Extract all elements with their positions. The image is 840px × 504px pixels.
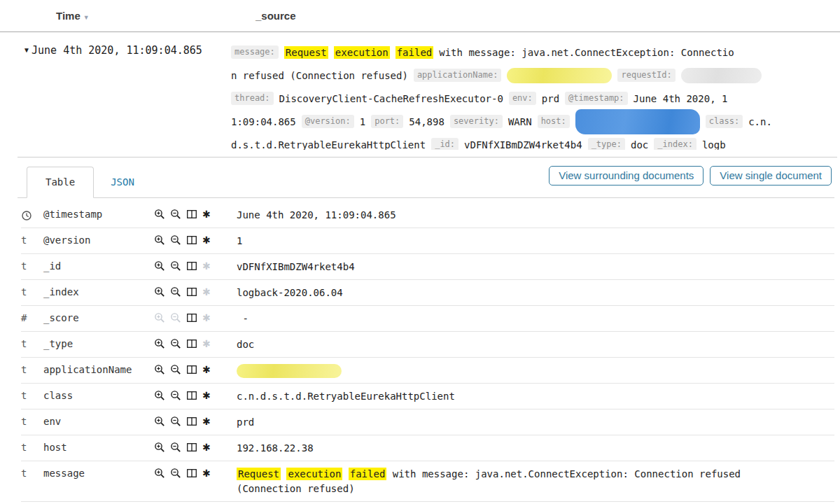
time-column-header[interactable]: Time ▼ bbox=[56, 10, 255, 22]
field-value-text: logback-2020.06.04 bbox=[237, 287, 343, 298]
toggle-column-button[interactable] bbox=[186, 286, 197, 298]
filter-out-value-button[interactable] bbox=[170, 286, 181, 298]
highlighted-text: Request bbox=[284, 46, 328, 59]
filter-for-value-button[interactable] bbox=[154, 286, 165, 298]
filter-out-value-button[interactable] bbox=[170, 234, 181, 246]
field-value-text: vDFNfXIBmDZW4rket4b4 bbox=[464, 139, 582, 150]
field-value: June 4th 2020, 11:09:04.865 bbox=[227, 208, 834, 223]
field-row-_score: #_score✱ - bbox=[21, 306, 834, 332]
collapse-caret-icon[interactable]: ▼ bbox=[0, 41, 31, 54]
sort-descending-icon[interactable]: ▼ bbox=[83, 14, 90, 21]
document-actions: View surrounding documents View single d… bbox=[549, 166, 832, 186]
source-line: n refused (Connection refused)applicatio… bbox=[231, 64, 837, 87]
highlighted-text: failed bbox=[349, 468, 387, 480]
field-value-text: 54,898 bbox=[409, 116, 444, 127]
field-label: _index: bbox=[654, 138, 696, 150]
field-value-text: with message: java.net.ConnectException:… bbox=[439, 47, 734, 58]
toggle-column-button[interactable] bbox=[186, 416, 197, 427]
filter-for-field-present-button[interactable]: ✱ bbox=[202, 391, 211, 400]
toggle-column-button[interactable] bbox=[186, 234, 197, 246]
view-surrounding-documents-button[interactable]: View surrounding documents bbox=[549, 166, 704, 186]
filter-out-value-button[interactable] bbox=[170, 416, 181, 427]
field-name: _index bbox=[43, 286, 154, 298]
redacted-value bbox=[575, 109, 700, 134]
detail-tabbar: Table JSON View surrounding documents Vi… bbox=[18, 158, 834, 198]
field-row-applicationName: tapplicationName✱ bbox=[21, 358, 834, 384]
source-line: message:Requestexecutionfailedwith messa… bbox=[231, 41, 837, 64]
filter-for-value-button[interactable] bbox=[154, 260, 165, 272]
tab-json[interactable]: JSON bbox=[94, 167, 151, 197]
filter-out-value-button bbox=[170, 312, 181, 323]
toggle-column-button[interactable] bbox=[186, 390, 197, 401]
filter-out-value-button[interactable] bbox=[170, 260, 181, 272]
filter-for-field-present-button[interactable]: ✱ bbox=[202, 442, 211, 452]
document-row: ▼ June 4th 2020, 11:09:04.865 message:Re… bbox=[0, 32, 840, 150]
filter-out-value-button[interactable] bbox=[170, 468, 181, 479]
filter-for-value-button[interactable] bbox=[154, 364, 165, 375]
toggle-column-button[interactable] bbox=[186, 468, 197, 479]
field-label: @timestamp: bbox=[565, 92, 627, 106]
field-name: _type bbox=[43, 337, 154, 349]
doc-table-header: Time ▼ _source bbox=[0, 0, 840, 32]
field-actions: ✱ bbox=[154, 208, 227, 220]
filter-for-value-button[interactable] bbox=[154, 416, 165, 427]
field-value-text: c.n. bbox=[748, 116, 772, 127]
field-value-text bbox=[342, 468, 348, 479]
filter-out-value-button[interactable] bbox=[170, 364, 181, 375]
field-value-text: vDFNfXIBmDZW4rket4b4 bbox=[237, 261, 355, 272]
field-value-text: WARN bbox=[508, 116, 532, 127]
field-value: - bbox=[227, 312, 834, 326]
filter-for-value-button[interactable] bbox=[154, 234, 165, 246]
field-value: Request execution failed with message: j… bbox=[227, 467, 834, 496]
filter-for-value-button[interactable] bbox=[154, 209, 165, 220]
field-actions: ✱ bbox=[154, 312, 227, 323]
field-value-text: doc bbox=[237, 339, 254, 350]
filter-for-field-present-button[interactable]: ✱ bbox=[202, 468, 211, 478]
field-label: _id: bbox=[431, 138, 458, 150]
filter-for-value-button bbox=[154, 312, 165, 323]
field-label: applicationName: bbox=[414, 69, 502, 83]
view-single-document-button[interactable]: View single document bbox=[710, 166, 832, 186]
number-type-icon: # bbox=[21, 312, 43, 323]
toggle-column-button[interactable] bbox=[186, 209, 197, 220]
filter-for-value-button[interactable] bbox=[154, 468, 165, 479]
source-line: 1:09:04.865@version:1port:54,898severity… bbox=[231, 110, 837, 133]
filter-for-value-button[interactable] bbox=[154, 390, 165, 401]
field-value: c.n.d.s.t.d.RetryableEurekaHttpClient bbox=[227, 389, 834, 404]
string-type-icon: t bbox=[21, 363, 43, 375]
field-label: host: bbox=[538, 115, 570, 129]
field-row-_id: t_id✱vDFNfXIBmDZW4rket4b4 bbox=[21, 254, 834, 280]
filter-out-value-button[interactable] bbox=[170, 209, 181, 220]
field-label: severity: bbox=[450, 115, 503, 129]
field-label: port: bbox=[371, 115, 403, 129]
redacted-value bbox=[681, 68, 762, 83]
toggle-column-button[interactable] bbox=[186, 338, 197, 349]
field-row-@timestamp: @timestamp✱June 4th 2020, 11:09:04.865 bbox=[21, 202, 834, 228]
field-name: message bbox=[43, 467, 154, 479]
toggle-column-button[interactable] bbox=[186, 442, 197, 453]
field-value: vDFNfXIBmDZW4rket4b4 bbox=[227, 260, 834, 274]
field-value-text: n refused (Connection refused) bbox=[231, 70, 408, 81]
field-value: logback-2020.06.04 bbox=[227, 286, 834, 300]
filter-for-value-button[interactable] bbox=[154, 338, 165, 349]
string-type-icon: t bbox=[21, 467, 43, 479]
redacted-value bbox=[507, 68, 612, 83]
tab-table[interactable]: Table bbox=[27, 167, 94, 198]
filter-for-field-present-button[interactable]: ✱ bbox=[202, 235, 211, 245]
field-value-text: c.n.d.s.t.d.RetryableEurekaHttpClient bbox=[237, 391, 455, 402]
toggle-column-button[interactable] bbox=[186, 260, 197, 272]
field-name: env bbox=[43, 415, 154, 427]
toggle-column-button[interactable] bbox=[186, 312, 197, 323]
field-row-class: tclass✱c.n.d.s.t.d.RetryableEurekaHttpCl… bbox=[21, 384, 834, 410]
filter-out-value-button[interactable] bbox=[170, 442, 181, 453]
filter-for-field-present-button[interactable]: ✱ bbox=[202, 416, 211, 426]
source-line: thread:DiscoveryClient-CacheRefreshExecu… bbox=[231, 87, 837, 110]
field-name: _id bbox=[43, 260, 154, 272]
filter-for-value-button[interactable] bbox=[154, 442, 165, 453]
filter-out-value-button[interactable] bbox=[170, 338, 181, 349]
filter-for-field-present-button[interactable]: ✱ bbox=[202, 209, 211, 219]
filter-for-field-present-button[interactable]: ✱ bbox=[202, 365, 211, 374]
filter-out-value-button[interactable] bbox=[170, 390, 181, 401]
highlighted-text: failed bbox=[396, 46, 434, 59]
toggle-column-button[interactable] bbox=[186, 364, 197, 375]
